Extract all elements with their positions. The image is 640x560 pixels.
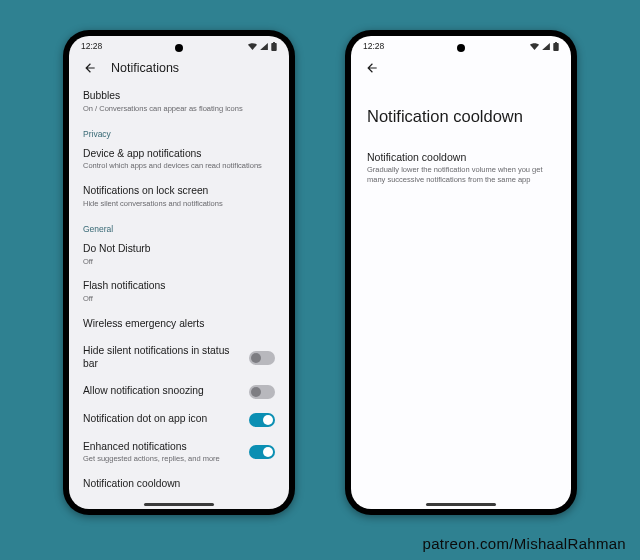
wifi-icon xyxy=(248,43,257,50)
section-header: General xyxy=(83,216,275,236)
setting-row[interactable]: Hide silent notifications in status bar xyxy=(83,338,275,378)
toggle-switch[interactable] xyxy=(249,445,275,459)
nav-handle[interactable] xyxy=(144,503,214,506)
cell-icon xyxy=(542,43,550,50)
row-subtitle: Off xyxy=(83,294,267,304)
setting-row[interactable]: Notification cooldown xyxy=(83,471,275,498)
page-title: Notifications xyxy=(111,61,179,75)
row-title: Notifications on lock screen xyxy=(83,185,267,198)
svg-rect-0 xyxy=(271,42,276,50)
svg-rect-1 xyxy=(273,42,275,43)
toggle-switch[interactable] xyxy=(249,413,275,427)
row-title: Do Not Disturb xyxy=(83,243,267,256)
setting-row-notification-cooldown[interactable]: Notification cooldown Gradually lower th… xyxy=(367,144,555,192)
setting-row[interactable]: Allow notification snoozing xyxy=(83,378,275,406)
setting-row[interactable]: Do Not DisturbOff xyxy=(83,236,275,274)
row-title: Allow notification snoozing xyxy=(83,385,241,398)
status-time: 12:28 xyxy=(81,41,102,51)
row-title: Hide silent notifications in status bar xyxy=(83,345,241,371)
back-icon[interactable] xyxy=(365,61,379,75)
large-page-title: Notification cooldown xyxy=(351,83,571,144)
status-time: 12:28 xyxy=(363,41,384,51)
app-bar: Notifications xyxy=(69,51,289,83)
wifi-icon xyxy=(530,43,539,50)
setting-row[interactable]: Flash notificationsOff xyxy=(83,273,275,311)
row-title: Notification cooldown xyxy=(83,478,267,491)
app-bar xyxy=(351,51,571,83)
setting-row[interactable]: Notifications on lock screenHide silent … xyxy=(83,178,275,216)
battery-icon xyxy=(553,42,559,51)
row-title: Enhanced notifications xyxy=(83,441,241,454)
row-subtitle: Gradually lower the notification volume … xyxy=(367,165,547,185)
toggle-switch[interactable] xyxy=(249,385,275,399)
row-subtitle: Off xyxy=(83,257,267,267)
svg-rect-3 xyxy=(555,42,557,43)
section-header: Privacy xyxy=(83,121,275,141)
settings-list[interactable]: BubblesOn / Conversations can appear as … xyxy=(69,83,289,508)
row-subtitle: Control which apps and devices can read … xyxy=(83,161,267,171)
row-subtitle: On / Conversations can appear as floatin… xyxy=(83,104,267,114)
cell-icon xyxy=(260,43,268,50)
row-title: Notification cooldown xyxy=(367,151,547,163)
camera-cutout xyxy=(457,44,465,52)
battery-icon xyxy=(271,42,277,51)
phone-left: 12:28 Notifications BubblesOn / Conversa… xyxy=(63,30,295,515)
row-title: Bubbles xyxy=(83,90,267,103)
svg-rect-2 xyxy=(553,42,558,50)
setting-row[interactable]: Wireless emergency alerts xyxy=(83,311,275,338)
setting-row[interactable]: Device & app notificationsControl which … xyxy=(83,141,275,179)
row-title: Wireless emergency alerts xyxy=(83,318,267,331)
setting-row[interactable]: BubblesOn / Conversations can appear as … xyxy=(83,83,275,121)
row-subtitle: Get suggested actions, replies, and more xyxy=(83,454,241,464)
row-title: Flash notifications xyxy=(83,280,267,293)
row-title: Device & app notifications xyxy=(83,148,267,161)
camera-cutout xyxy=(175,44,183,52)
row-title: Notification dot on app icon xyxy=(83,413,241,426)
toggle-switch[interactable] xyxy=(249,351,275,365)
row-subtitle: Hide silent conversations and notificati… xyxy=(83,199,267,209)
credit-text: patreon.com/MishaalRahman xyxy=(423,535,626,552)
nav-handle[interactable] xyxy=(426,503,496,506)
back-icon[interactable] xyxy=(83,61,97,75)
setting-row[interactable]: Notification dot on app icon xyxy=(83,406,275,434)
setting-row[interactable]: Enhanced notificationsGet suggested acti… xyxy=(83,434,275,472)
phone-right: 12:28 Notification cooldown Notification… xyxy=(345,30,577,515)
